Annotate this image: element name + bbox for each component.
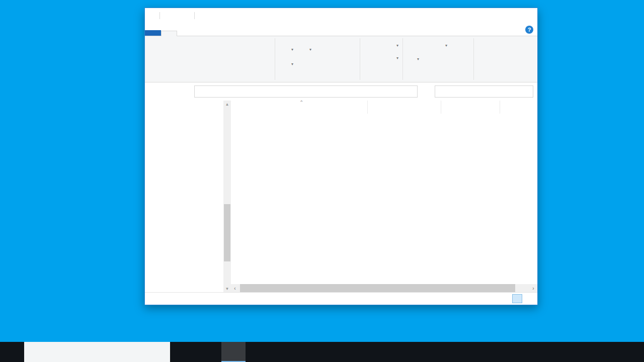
volume-icon[interactable] bbox=[602, 342, 615, 362]
tab-view[interactable] bbox=[192, 31, 207, 36]
up-button[interactable] bbox=[180, 86, 191, 97]
move-to-button[interactable]: ▾ bbox=[278, 45, 293, 54]
copy-path-button[interactable] bbox=[229, 52, 239, 61]
explorer-window-icon bbox=[149, 12, 157, 20]
column-header-size[interactable] bbox=[500, 101, 537, 114]
invert-selection-button[interactable] bbox=[477, 63, 537, 72]
address-input[interactable] bbox=[194, 85, 418, 98]
pin-to-quick-access-button[interactable] bbox=[146, 39, 181, 73]
taskbar-file-explorer-button[interactable] bbox=[221, 342, 246, 362]
column-header-date-modified[interactable] bbox=[368, 101, 441, 114]
qat-customize-chevron-icon[interactable] bbox=[184, 12, 192, 20]
task-view-button[interactable] bbox=[173, 342, 197, 362]
separator bbox=[159, 12, 160, 19]
file-explorer-window: ? bbox=[144, 8, 538, 305]
properties-button[interactable]: ▾ bbox=[403, 39, 432, 73]
column-headers: ⌃ bbox=[231, 101, 537, 114]
title-bar bbox=[145, 8, 537, 23]
open-button[interactable]: ▾ bbox=[432, 41, 447, 50]
minimize-button[interactable] bbox=[469, 8, 492, 23]
easy-access-button[interactable]: ▾ bbox=[385, 53, 398, 63]
close-button[interactable] bbox=[515, 8, 537, 23]
taskbar-search-input[interactable] bbox=[24, 342, 170, 362]
scrollbar-thumb[interactable] bbox=[224, 204, 230, 261]
copy-button[interactable] bbox=[181, 39, 202, 73]
show-hidden-icons-chevron-icon[interactable] bbox=[562, 342, 576, 362]
new-item-icon bbox=[385, 42, 393, 50]
details-view-button[interactable] bbox=[512, 294, 522, 303]
delete-x-icon bbox=[296, 46, 304, 54]
taskbar bbox=[0, 342, 644, 362]
select-none-icon bbox=[477, 53, 485, 61]
column-header-name[interactable] bbox=[231, 101, 368, 114]
edit-button[interactable] bbox=[432, 52, 447, 61]
easy-access-icon bbox=[385, 54, 393, 62]
refresh-icon[interactable] bbox=[420, 85, 432, 98]
scissors-icon bbox=[229, 42, 237, 50]
navigation-pane bbox=[145, 101, 223, 292]
recent-locations-chevron-icon[interactable] bbox=[172, 86, 179, 97]
paste-shortcut-icon bbox=[229, 64, 237, 72]
status-bar bbox=[145, 292, 537, 305]
ribbon-tabs: ? bbox=[145, 23, 537, 36]
tab-share[interactable] bbox=[177, 31, 192, 36]
ribbon-group-select bbox=[474, 36, 537, 82]
tab-file[interactable] bbox=[145, 30, 161, 36]
paste-shortcut-button[interactable] bbox=[229, 63, 239, 72]
open-icon bbox=[432, 42, 440, 50]
anyrun-watermark bbox=[603, 317, 641, 340]
invert-selection-icon bbox=[477, 64, 485, 72]
cut-button[interactable] bbox=[229, 41, 239, 50]
copy-icon bbox=[184, 40, 199, 55]
select-all-button[interactable] bbox=[477, 41, 537, 50]
column-header-type[interactable] bbox=[441, 101, 500, 114]
delete-button[interactable]: ▾ bbox=[296, 45, 311, 54]
horizontal-scrollbar[interactable]: ‹ › bbox=[231, 284, 537, 292]
copy-path-icon bbox=[229, 53, 237, 61]
pushpin-icon bbox=[156, 40, 171, 55]
move-to-icon bbox=[278, 46, 286, 54]
copy-to-icon bbox=[278, 60, 286, 68]
rename-button[interactable] bbox=[296, 59, 311, 69]
qat-properties-icon[interactable] bbox=[163, 12, 171, 20]
scroll-right-icon[interactable]: › bbox=[529, 286, 537, 291]
address-bar bbox=[145, 82, 537, 101]
paste-button[interactable] bbox=[202, 39, 225, 73]
window-controls bbox=[469, 8, 537, 23]
tab-home[interactable] bbox=[161, 31, 177, 36]
file-list bbox=[231, 114, 537, 284]
action-center-icon[interactable] bbox=[623, 342, 642, 362]
start-button[interactable] bbox=[0, 342, 24, 362]
sidebar-scrollbar[interactable]: ▲ ▼ bbox=[223, 101, 231, 292]
rotation-lock-icon[interactable] bbox=[576, 342, 589, 362]
copy-to-button[interactable]: ▾ bbox=[278, 59, 293, 69]
history-button[interactable] bbox=[432, 63, 447, 72]
taskbar-firefox-button[interactable] bbox=[246, 342, 270, 362]
new-folder-button[interactable] bbox=[360, 39, 385, 73]
desktop: { "desktop": { "icons": [ {"label":"Recy… bbox=[0, 0, 644, 362]
location-folder-icon bbox=[197, 87, 205, 96]
forward-button[interactable] bbox=[160, 86, 171, 97]
select-none-button[interactable] bbox=[477, 52, 537, 61]
scroll-left-icon[interactable]: ‹ bbox=[231, 286, 239, 291]
scroll-down-icon[interactable]: ▼ bbox=[223, 285, 231, 292]
scrollbar-thumb[interactable] bbox=[240, 284, 515, 292]
address-dropdown-chevron-icon[interactable] bbox=[405, 87, 414, 96]
scroll-up-icon[interactable]: ▲ bbox=[223, 101, 231, 108]
new-folder-icon bbox=[365, 40, 380, 55]
maximize-button[interactable] bbox=[492, 8, 515, 23]
network-icon[interactable] bbox=[589, 342, 602, 362]
qat-new-folder-icon[interactable] bbox=[173, 12, 181, 20]
paste-icon bbox=[206, 40, 221, 55]
help-icon[interactable]: ? bbox=[525, 26, 533, 34]
edit-icon bbox=[432, 53, 440, 61]
anyrun-logo-icon bbox=[607, 317, 633, 339]
taskbar-edge-button[interactable] bbox=[197, 342, 221, 362]
thumbnail-view-button[interactable] bbox=[523, 294, 533, 303]
search-input[interactable] bbox=[435, 85, 533, 98]
ribbon-group-new: ▾ ▾ bbox=[360, 36, 403, 82]
system-tray bbox=[562, 342, 644, 362]
search-icon bbox=[484, 88, 530, 95]
back-button[interactable] bbox=[148, 86, 159, 97]
new-item-button[interactable]: ▾ bbox=[385, 41, 398, 50]
